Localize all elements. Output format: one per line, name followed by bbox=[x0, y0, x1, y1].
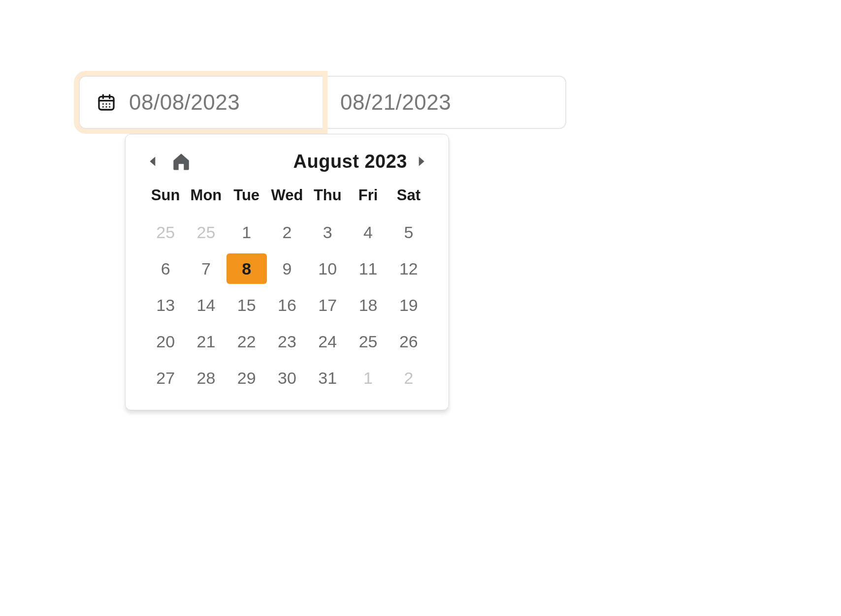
svg-point-3 bbox=[109, 103, 110, 105]
calendar-day[interactable]: 25 bbox=[348, 326, 388, 357]
end-date-value: 08/21/2023 bbox=[340, 90, 451, 115]
calendar-day[interactable]: 21 bbox=[186, 326, 226, 357]
weekday-header: Fri bbox=[348, 184, 388, 211]
next-month-button[interactable] bbox=[415, 152, 429, 171]
calendar-day-outside[interactable]: 1 bbox=[348, 363, 388, 393]
calendar-day[interactable]: 26 bbox=[388, 326, 429, 357]
calendar-day[interactable]: 23 bbox=[267, 326, 307, 357]
calendar-day[interactable]: 29 bbox=[226, 363, 267, 393]
prev-month-button[interactable] bbox=[145, 152, 159, 171]
calendar-icon bbox=[97, 92, 116, 112]
start-date-value: 08/08/2023 bbox=[129, 90, 240, 115]
date-range-input: 08/08/2023 08/21/2023 bbox=[79, 76, 566, 129]
calendar-day[interactable]: 30 bbox=[267, 363, 307, 393]
calendar-day[interactable]: 22 bbox=[226, 326, 267, 357]
calendar-day[interactable]: 24 bbox=[307, 326, 348, 357]
weekday-header: Thu bbox=[307, 184, 348, 211]
svg-point-2 bbox=[106, 103, 107, 105]
calendar-day[interactable]: 27 bbox=[145, 363, 186, 393]
month-year-title[interactable]: August 2023 bbox=[293, 151, 407, 172]
calendar-day[interactable]: 5 bbox=[388, 217, 429, 247]
calendar-day[interactable]: 9 bbox=[267, 253, 307, 284]
svg-rect-0 bbox=[99, 96, 114, 110]
calendar-day[interactable]: 31 bbox=[307, 363, 348, 393]
calendar-day-outside[interactable]: 25 bbox=[186, 217, 226, 247]
calendar-day[interactable]: 10 bbox=[307, 253, 348, 284]
weekday-header: Sun bbox=[145, 184, 186, 211]
calendar-day[interactable]: 4 bbox=[348, 217, 388, 247]
calendar-day[interactable]: 12 bbox=[388, 253, 429, 284]
calendar-day[interactable]: 1 bbox=[226, 217, 267, 247]
weekday-header: Sat bbox=[388, 184, 429, 211]
end-date-field[interactable]: 08/21/2023 bbox=[323, 76, 566, 129]
calendar-day-outside[interactable]: 2 bbox=[388, 363, 429, 393]
today-button[interactable] bbox=[170, 150, 193, 173]
calendar-day[interactable]: 28 bbox=[186, 363, 226, 393]
svg-point-6 bbox=[109, 106, 110, 108]
calendar-day[interactable]: 3 bbox=[307, 217, 348, 247]
calendar-day[interactable]: 13 bbox=[145, 290, 186, 320]
calendar-day[interactable]: 2 bbox=[267, 217, 307, 247]
calendar-popover: August 2023 SunMonTueWedThuFriSat2525123… bbox=[125, 134, 449, 410]
weekday-header: Tue bbox=[226, 184, 267, 211]
calendar-day[interactable]: 7 bbox=[186, 253, 226, 284]
weekday-header: Wed bbox=[267, 184, 307, 211]
weekday-header: Mon bbox=[186, 184, 226, 211]
calendar-day[interactable]: 14 bbox=[186, 290, 226, 320]
calendar-day[interactable]: 18 bbox=[348, 290, 388, 320]
svg-point-1 bbox=[102, 103, 104, 105]
calendar-day-selected[interactable]: 8 bbox=[226, 253, 267, 284]
calendar-day[interactable]: 16 bbox=[267, 290, 307, 320]
calendar-day[interactable]: 6 bbox=[145, 253, 186, 284]
start-date-field[interactable]: 08/08/2023 bbox=[79, 76, 323, 129]
calendar-day[interactable]: 11 bbox=[348, 253, 388, 284]
svg-point-4 bbox=[102, 106, 104, 108]
calendar-day[interactable]: 20 bbox=[145, 326, 186, 357]
svg-point-5 bbox=[106, 106, 107, 108]
calendar-day[interactable]: 19 bbox=[388, 290, 429, 320]
calendar-header: August 2023 bbox=[145, 148, 429, 175]
calendar-day[interactable]: 17 bbox=[307, 290, 348, 320]
calendar-grid: SunMonTueWedThuFriSat2525123456789101112… bbox=[145, 184, 429, 393]
calendar-day[interactable]: 15 bbox=[226, 290, 267, 320]
calendar-day-outside[interactable]: 25 bbox=[145, 217, 186, 247]
